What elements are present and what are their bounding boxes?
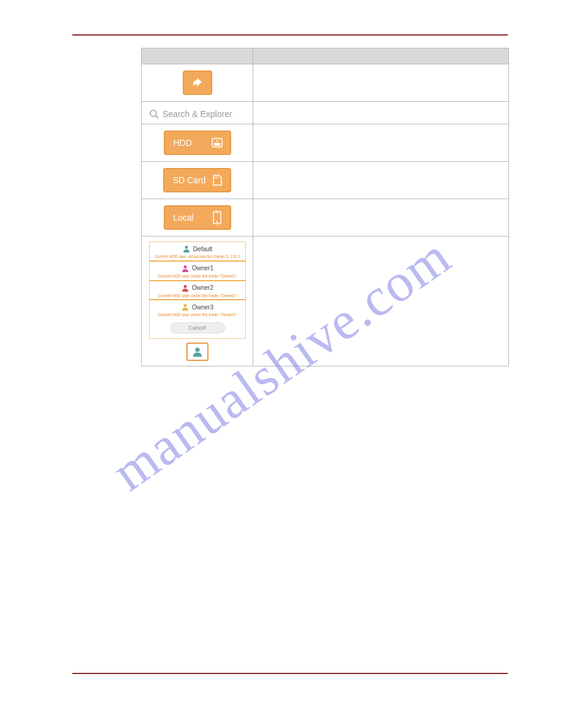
owner-note: Current HDD user under the folder "Owner… (153, 274, 242, 279)
table-header-row (142, 48, 509, 64)
sdcard-label: SD Card (173, 175, 206, 185)
hdd-button[interactable]: HDD (164, 131, 231, 155)
owners-desc (253, 237, 509, 366)
svg-point-15 (195, 347, 199, 352)
sdcard-icon (210, 173, 224, 187)
local-label: Local (174, 213, 194, 222)
local-button[interactable]: Local (164, 205, 231, 230)
share-button[interactable] (183, 70, 212, 95)
owner-note: Current HDD user. All access for Owner 1… (153, 254, 242, 259)
table-row: Default Current HDD user. All access for… (142, 237, 509, 366)
owner-option-1[interactable]: Owner1 Current HDD user under the folder… (150, 260, 245, 280)
search-field[interactable]: Search & Explorer (148, 107, 247, 119)
table-row (142, 64, 509, 102)
person-icon (192, 346, 203, 357)
sdcard-desc (253, 162, 509, 199)
svg-rect-3 (214, 143, 220, 146)
svg-point-9 (216, 221, 218, 223)
table-row: SD Card (142, 162, 509, 199)
search-placeholder: Search & Explorer (163, 109, 232, 119)
local-desc (253, 199, 509, 237)
divider-bottom (72, 673, 508, 674)
phone-icon (210, 211, 224, 224)
svg-point-12 (183, 265, 186, 268)
person-icon (182, 245, 191, 253)
owner-name-label: Owner2 (192, 284, 213, 291)
person-icon (181, 284, 190, 292)
owner-option-default[interactable]: Default Current HDD user. All access for… (150, 242, 245, 260)
table-row: Search & Explorer (142, 102, 509, 124)
owner-option-3[interactable]: Owner3 Current HDD user under the folder… (150, 299, 245, 319)
svg-point-0 (150, 110, 156, 116)
person-icon (181, 303, 190, 311)
share-icon (191, 76, 204, 89)
cancel-button[interactable]: Cancel (170, 322, 225, 333)
share-desc (253, 64, 509, 102)
svg-point-4 (216, 140, 218, 142)
table-header-icon (142, 48, 253, 64)
owner-option-2[interactable]: Owner2 Current HDD user under the folder… (150, 280, 245, 300)
sdcard-button[interactable]: SD Card (163, 168, 232, 192)
owner-picker-dialog: Default Current HDD user. All access for… (149, 241, 246, 339)
table-header-desc (253, 48, 509, 64)
person-icon (181, 264, 190, 273)
owner-note: Current HDD user under the folder "Owner… (153, 294, 242, 298)
table-row: HDD (142, 124, 509, 162)
search-icon (149, 109, 159, 119)
svg-line-1 (156, 116, 158, 118)
hdd-icon (210, 136, 224, 150)
hdd-label: HDD (174, 138, 192, 148)
document-page: manualshive.com (0, 0, 563, 728)
search-desc (253, 102, 509, 124)
svg-point-14 (183, 304, 186, 307)
hdd-desc (253, 124, 509, 162)
table-row: Local (142, 199, 509, 237)
owner-name-label: Owner3 (192, 304, 213, 311)
owner-name-label: Owner1 (192, 265, 213, 271)
current-owner-button[interactable] (186, 343, 209, 361)
owner-note: Current HDD user under the folder "Owner… (153, 313, 242, 317)
owner-name-label: Default (193, 246, 213, 252)
icon-reference-table: Search & Explorer HDD (141, 48, 509, 366)
divider-top (72, 34, 508, 36)
svg-point-11 (185, 246, 188, 249)
svg-point-13 (183, 285, 186, 288)
